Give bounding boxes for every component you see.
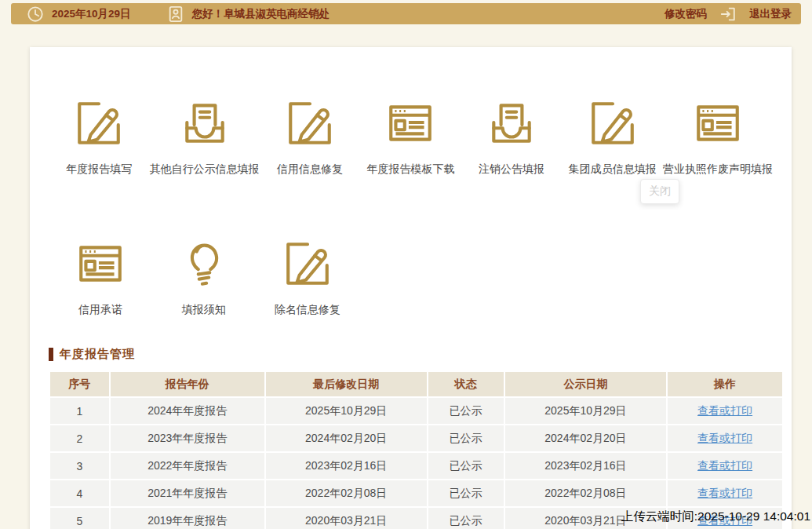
inbox-icon xyxy=(485,97,538,149)
tile-filing-instructions[interactable]: 填报须知 xyxy=(152,238,256,317)
logout-icon xyxy=(719,5,737,23)
edit-icon xyxy=(586,97,639,149)
view-or-print-link[interactable]: 查看或打印 xyxy=(697,459,752,472)
annual-report-table: 序号 报告年份 最后修改日期 状态 公示日期 操作 1 2024年年度报告 20… xyxy=(49,370,784,529)
cell-report-year: 2023年年度报告 xyxy=(110,425,265,452)
table-row: 4 2021年年度报告 2022年02月08日 已公示 2022年02月08日 … xyxy=(49,480,783,507)
topbar-date: 2025年10月29日 xyxy=(52,7,131,21)
form-icon xyxy=(691,97,745,149)
cell-publish-date: 2022年02月08日 xyxy=(504,480,668,507)
upload-time-watermark: 上传云端时间:2025-10-29 14:04:01 xyxy=(621,509,810,525)
col-header-status: 状态 xyxy=(428,371,504,397)
col-header-publish-date: 公示日期 xyxy=(504,371,668,397)
cell-last-modified: 2024年02月20日 xyxy=(265,425,428,452)
tiles-row-1: 年度报告填写 其他自行公示信息填报 信用信息修复 年度报告模板下载 注销公告填报… xyxy=(49,97,773,177)
tile-label: 年度报告填写 xyxy=(66,162,132,177)
cell-last-modified: 2023年02月16日 xyxy=(265,452,428,480)
cell-status: 已公示 xyxy=(428,507,504,529)
section-accent-bar xyxy=(49,348,53,361)
cell-report-year: 2019年年度报告 xyxy=(110,507,265,529)
tile-annual-report-fill[interactable]: 年度报告填写 xyxy=(49,97,150,177)
tile-other-public-info[interactable]: 其他自行公示信息填报 xyxy=(150,97,260,177)
tile-report-template-download[interactable]: 年度报告模板下载 xyxy=(360,97,461,177)
table-row: 2 2023年年度报告 2024年02月20日 已公示 2024年02月20日 … xyxy=(49,425,783,452)
cell-last-modified: 2020年03月21日 xyxy=(265,507,428,529)
edit-icon xyxy=(72,97,126,149)
cell-status: 已公示 xyxy=(428,452,504,480)
tile-label: 信用承诺 xyxy=(78,303,122,317)
topbar-greeting: 您好！阜城县淑英电商经销处 xyxy=(192,7,330,21)
main-card: 年度报告填写 其他自行公示信息填报 信用信息修复 年度报告模板下载 注销公告填报… xyxy=(30,47,792,529)
tile-credit-commitment[interactable]: 信用承诺 xyxy=(49,238,152,317)
cell-publish-date: 2024年02月20日 xyxy=(504,425,668,452)
tile-credit-info-repair[interactable]: 信用信息修复 xyxy=(260,97,361,177)
cell-index: 1 xyxy=(49,397,110,425)
cell-publish-date: 2023年02月16日 xyxy=(504,452,668,480)
cell-status: 已公示 xyxy=(428,397,504,425)
cell-report-year: 2022年年度报告 xyxy=(110,452,265,480)
cell-index: 2 xyxy=(49,425,110,452)
cell-report-year: 2024年年度报告 xyxy=(110,397,265,425)
tile-label: 信用信息修复 xyxy=(277,162,343,177)
cell-last-modified: 2025年10月29日 xyxy=(265,397,428,425)
section-title-annual-report-mgmt: 年度报告管理 xyxy=(49,347,773,362)
cell-index: 3 xyxy=(49,452,110,480)
tiles-row-2: 信用承诺 填报须知 除名信息修复 xyxy=(49,238,773,317)
col-header-index: 序号 xyxy=(49,371,110,397)
tile-license-void-declaration[interactable]: 营业执照作废声明填报 xyxy=(663,97,773,177)
col-header-last-modified: 最后修改日期 xyxy=(265,371,428,397)
change-password-link[interactable]: 修改密码 xyxy=(665,7,707,21)
tile-label: 填报须知 xyxy=(182,303,226,317)
edit-icon xyxy=(283,97,337,149)
section-title-text: 年度报告管理 xyxy=(60,347,135,362)
edit-icon xyxy=(281,238,334,290)
col-header-report-year: 报告年份 xyxy=(110,371,265,397)
topbar: 2025年10月29日 您好！阜城县淑英电商经销处 修改密码 退出登录 xyxy=(11,3,801,24)
inbox-icon xyxy=(178,97,231,149)
cell-index: 4 xyxy=(49,480,110,507)
form-icon xyxy=(74,238,127,290)
table-row: 1 2024年年度报告 2025年10月29日 已公示 2025年10月29日 … xyxy=(49,397,783,425)
tile-label: 注销公告填报 xyxy=(479,162,544,177)
logout-link[interactable]: 退出登录 xyxy=(749,7,792,21)
cell-status: 已公示 xyxy=(428,425,504,452)
cell-report-year: 2021年年度报告 xyxy=(110,480,265,507)
view-or-print-link[interactable]: 查看或打印 xyxy=(697,404,752,417)
view-or-print-link[interactable]: 查看或打印 xyxy=(697,432,752,444)
view-or-print-link[interactable]: 查看或打印 xyxy=(697,487,752,499)
col-header-action: 操作 xyxy=(667,371,783,397)
tile-label: 年度报告模板下载 xyxy=(366,162,454,177)
cell-publish-date: 2025年10月29日 xyxy=(504,397,668,425)
tile-cancellation-notice[interactable]: 注销公告填报 xyxy=(461,97,563,177)
cell-index: 5 xyxy=(49,507,110,529)
tile-label: 集团成员信息填报 xyxy=(569,162,657,177)
table-row: 3 2022年年度报告 2023年02月16日 已公示 2023年02月16日 … xyxy=(49,452,783,480)
tile-group-member-info[interactable]: 集团成员信息填报 xyxy=(562,97,663,177)
cell-last-modified: 2022年02月08日 xyxy=(265,480,428,507)
tile-label: 其他自行公示信息填报 xyxy=(150,162,260,177)
close-tooltip-button[interactable]: 关闭 xyxy=(640,179,679,204)
bulb-icon xyxy=(177,238,231,290)
table-header-row: 序号 报告年份 最后修改日期 状态 公示日期 操作 xyxy=(49,371,783,397)
tile-label: 除名信息修复 xyxy=(275,303,340,317)
clock-icon xyxy=(27,5,44,23)
user-badge-icon xyxy=(167,5,184,23)
form-icon xyxy=(384,97,437,149)
tile-removal-info-repair[interactable]: 除名信息修复 xyxy=(256,238,359,317)
tile-label: 营业执照作废声明填报 xyxy=(663,162,773,177)
cell-status: 已公示 xyxy=(428,480,504,507)
